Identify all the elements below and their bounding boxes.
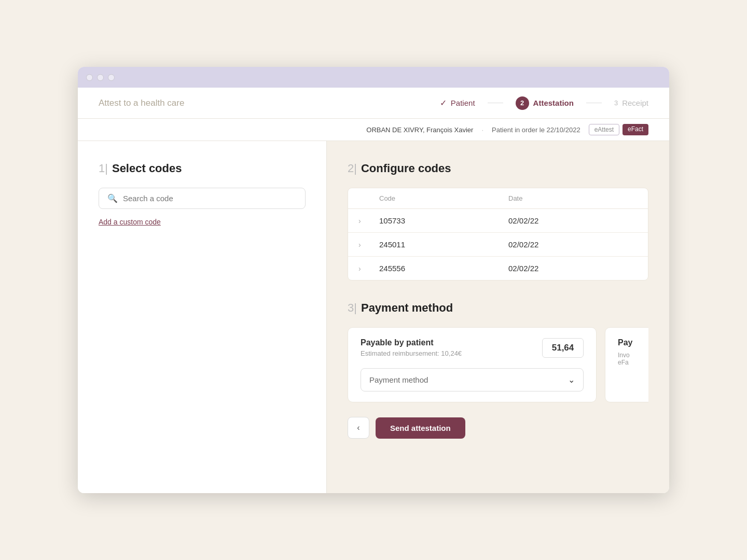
patient-bar: ORBAN DE XIVRY, François Xavier · Patien… — [78, 119, 669, 141]
table-header: Code Date — [348, 188, 648, 209]
search-box[interactable]: 🔍 — [99, 188, 306, 209]
code-value-2: 245011 — [379, 240, 508, 249]
browser-dot-1 — [86, 74, 93, 81]
browser-dot-3 — [108, 74, 115, 81]
code-value-1: 105733 — [379, 216, 508, 225]
left-panel: 1|Select codes 🔍 Add a custom code — [78, 141, 327, 493]
col-date: Date — [508, 194, 638, 202]
date-value-1: 02/02/22 — [508, 216, 638, 225]
chevron-right-icon-1[interactable]: › — [358, 217, 379, 225]
select-codes-title: 1|Select codes — [99, 162, 306, 175]
payment-method-select[interactable]: Payment method ⌄ — [361, 368, 584, 391]
amount-box[interactable]: 51,64 — [542, 338, 584, 358]
step-patient-label: Patient — [451, 99, 475, 107]
section-3-number: 3| — [348, 301, 357, 314]
step-patient: ✓ Patient — [440, 98, 475, 108]
right-panel: 2|Configure codes Code Date › 105733 02/… — [327, 141, 669, 493]
step-separator-2 — [586, 103, 602, 103]
browser-titlebar — [78, 67, 669, 88]
configure-codes-section: 2|Configure codes Code Date › 105733 02/… — [348, 162, 648, 281]
section-1-number: 1| — [99, 162, 108, 175]
add-custom-code-link[interactable]: Add a custom code — [99, 218, 161, 226]
table-row[interactable]: › 245556 02/02/22 — [348, 257, 648, 280]
payable-info: Payable by patient Estimated reimburseme… — [361, 338, 462, 357]
badge-efact: eFact — [622, 124, 648, 135]
badge-group: eAttest eFact — [589, 124, 648, 135]
estimated-label: Estimated reimbursement: 10,24€ — [361, 349, 462, 357]
step-receipt: 3 Receipt — [614, 99, 648, 107]
col-code: Code — [379, 194, 508, 202]
chevron-right-icon-3[interactable]: › — [358, 264, 379, 273]
table-row[interactable]: › 105733 02/02/22 — [348, 209, 648, 233]
configure-codes-title: 2|Configure codes — [348, 162, 648, 175]
partial-info: Invo eFa — [618, 352, 648, 366]
stepper: ✓ Patient 2 Attestation 3 Receipt — [440, 96, 648, 110]
badge-eattest: eAttest — [589, 124, 619, 135]
payment-cards: Payable by patient Estimated reimburseme… — [348, 327, 648, 402]
patient-info: Patient in order le 22/10/2022 — [492, 126, 580, 134]
payment-card-partial: Pay Invo eFa — [605, 327, 648, 402]
code-value-3: 245556 — [379, 264, 508, 273]
payment-method-section: 3|Payment method Payable by patient Esti… — [348, 301, 648, 439]
payable-header: Payable by patient Estimated reimburseme… — [361, 338, 584, 358]
search-input[interactable] — [123, 194, 297, 203]
action-bar: ‹ Send attestation — [348, 417, 648, 439]
patient-separator: · — [481, 126, 483, 134]
step-attestation-label: Attestation — [533, 99, 574, 107]
back-button[interactable]: ‹ — [348, 417, 369, 439]
main-content: 1|Select codes 🔍 Add a custom code 2|Con… — [78, 141, 669, 493]
patient-name: ORBAN DE XIVRY, François Xavier — [366, 126, 473, 134]
col-empty — [358, 194, 379, 202]
payment-card-main: Payable by patient Estimated reimburseme… — [348, 327, 597, 402]
date-value-2: 02/02/22 — [508, 240, 638, 249]
step-separator-1 — [488, 103, 503, 103]
step-attestation[interactable]: 2 Attestation — [516, 96, 574, 110]
check-icon: ✓ — [440, 98, 447, 108]
chevron-down-icon: ⌄ — [568, 375, 575, 385]
payable-label: Payable by patient — [361, 338, 462, 347]
browser-dot-2 — [97, 74, 104, 81]
step-attestation-number: 2 — [516, 96, 529, 110]
browser-window: Attest to a health care ✓ Patient 2 Atte… — [78, 67, 669, 493]
app-header: Attest to a health care ✓ Patient 2 Atte… — [78, 88, 669, 119]
table-row[interactable]: › 245011 02/02/22 — [348, 233, 648, 257]
date-value-3: 02/02/22 — [508, 264, 638, 273]
payment-section-title: 3|Payment method — [348, 301, 648, 315]
partial-pay-label: Pay — [618, 338, 648, 347]
codes-table: Code Date › 105733 02/02/22 › 245011 02/… — [348, 188, 648, 281]
payment-method-placeholder: Payment method — [369, 375, 428, 384]
section-2-number: 2| — [348, 162, 357, 175]
step-receipt-label: Receipt — [622, 99, 648, 107]
chevron-right-icon-2[interactable]: › — [358, 241, 379, 249]
step-receipt-number: 3 — [614, 99, 618, 107]
send-attestation-button[interactable]: Send attestation — [376, 417, 465, 439]
search-icon: 🔍 — [107, 193, 118, 203]
app-title: Attest to a health care — [99, 98, 184, 108]
